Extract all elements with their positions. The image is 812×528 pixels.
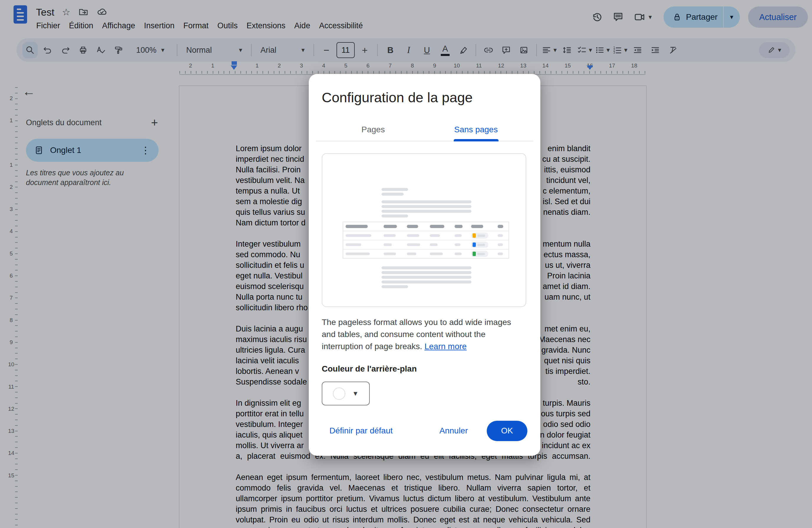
illustration-text-top [381, 188, 472, 218]
pageless-illustration [322, 153, 526, 307]
cancel-button[interactable]: Annuler [433, 426, 474, 436]
page-setup-dialog: Configuration de la page Pages Sans page… [309, 74, 540, 456]
chevron-down-icon: ▼ [352, 390, 359, 397]
tab-pages[interactable]: Pages [322, 118, 424, 141]
pageless-description: The pageless format allows you to add wi… [322, 316, 520, 352]
learn-more-link[interactable]: Learn more [424, 342, 467, 351]
google-docs-app: Test ☆ FichierÉditionAffichageInsertionF… [0, 0, 812, 528]
tab-pages-label: Pages [362, 125, 385, 134]
background-color-dropdown[interactable]: ▼ [322, 382, 370, 406]
illustration-table [343, 222, 509, 259]
color-swatch-white [333, 387, 345, 400]
status-chip [473, 233, 476, 238]
active-tab-indicator [454, 139, 498, 142]
tab-pageless[interactable]: Sans pages [424, 118, 527, 141]
set-default-button[interactable]: Définir par défaut [322, 426, 398, 436]
dialog-buttons: Définir par défaut Annuler OK [322, 421, 527, 441]
dialog-title: Configuration de la page [322, 89, 473, 105]
ok-button[interactable]: OK [487, 421, 527, 441]
background-color-label: Couleur de l'arrière-plan [322, 364, 417, 373]
status-chip [473, 243, 476, 247]
tab-divider [316, 141, 533, 142]
description-text: The pageless format allows you to add wi… [322, 318, 511, 351]
tab-pageless-label: Sans pages [454, 125, 498, 134]
illustration-text-bottom [381, 266, 472, 288]
dialog-tabs: Pages Sans pages [322, 118, 527, 141]
status-chip [473, 252, 476, 256]
